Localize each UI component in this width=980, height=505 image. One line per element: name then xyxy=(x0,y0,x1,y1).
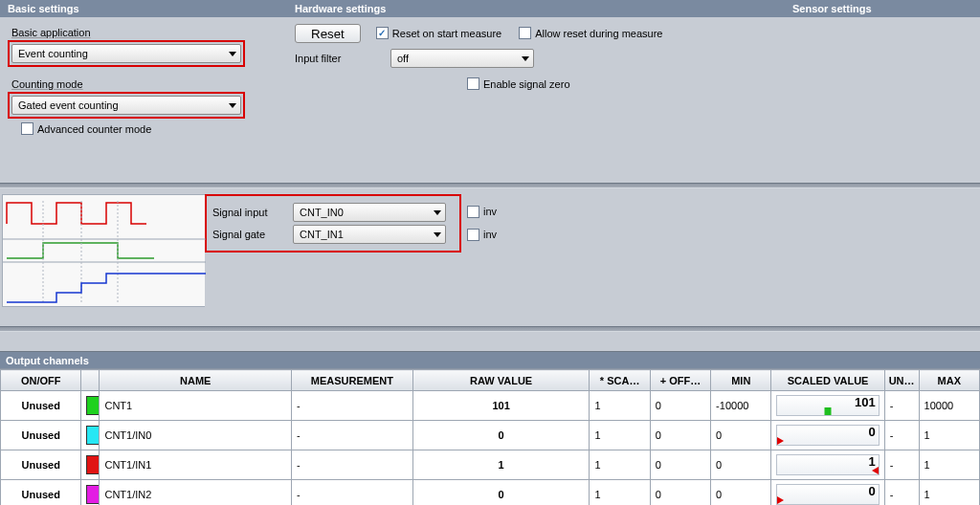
label-signal-input: Signal input xyxy=(212,207,285,218)
dropdown-input-filter[interactable]: off xyxy=(390,49,534,68)
cell-offset[interactable]: 0 xyxy=(650,480,710,506)
col-offset[interactable]: + OFF… xyxy=(650,370,710,391)
header-output-channels: Output channels xyxy=(0,351,980,368)
checkbox-box-icon xyxy=(467,77,479,90)
dropdown-value: Gated event counting xyxy=(18,99,225,111)
checkbox-label: Enable signal zero xyxy=(483,78,570,90)
cell-color[interactable] xyxy=(81,391,100,421)
cell-scale[interactable]: 1 xyxy=(590,421,650,450)
marker-icon xyxy=(777,496,784,504)
cell-onoff[interactable]: Unused xyxy=(1,480,81,506)
cell-measurement[interactable]: - xyxy=(292,450,413,480)
cell-scaled-value: 101 xyxy=(771,391,884,421)
cell-scaled-value: 1 xyxy=(771,450,884,480)
marker-icon xyxy=(872,467,879,474)
cell-max[interactable]: 1 xyxy=(919,421,979,450)
section-divider xyxy=(0,326,980,332)
cell-offset[interactable]: 0 xyxy=(650,421,710,450)
color-swatch-icon xyxy=(86,485,100,504)
chevron-down-icon xyxy=(522,56,529,61)
chevron-down-icon xyxy=(229,52,236,56)
panel-basic-settings: Basic application Event counting Countin… xyxy=(0,17,287,144)
cell-color[interactable] xyxy=(81,421,100,450)
checkbox-advanced-counter-mode[interactable]: Advanced counter mode xyxy=(21,122,151,135)
col-units[interactable]: UN… xyxy=(884,370,919,391)
cell-name[interactable]: CNT1/IN2 xyxy=(100,480,292,506)
table-header-row: ON/OFF NAME MEASUREMENT RAW VALUE * SCA…… xyxy=(1,370,980,391)
cell-units[interactable]: - xyxy=(884,421,919,450)
cell-color[interactable] xyxy=(81,450,100,480)
cell-onoff[interactable]: Unused xyxy=(1,450,81,480)
cell-units[interactable]: - xyxy=(884,391,919,421)
checkbox-enable-signal-zero[interactable]: Enable signal zero xyxy=(467,77,570,90)
top-header-band: Basic settings Hardware settings Sensor … xyxy=(0,0,980,17)
cell-max[interactable]: 1 xyxy=(919,450,979,480)
col-raw-value[interactable]: RAW VALUE xyxy=(412,370,590,391)
cell-max[interactable]: 10000 xyxy=(919,391,979,421)
cell-units[interactable]: - xyxy=(884,480,919,506)
checkbox-allow-reset[interactable]: Allow reset during measure xyxy=(519,27,662,39)
dropdown-value: Event counting xyxy=(18,48,225,59)
cell-min[interactable]: 0 xyxy=(711,421,771,450)
dropdown-basic-application[interactable]: Event counting xyxy=(11,44,241,63)
table-row[interactable]: UnusedCNT1/IN2-01000-1 xyxy=(1,480,980,506)
col-min[interactable]: MIN xyxy=(711,370,771,391)
col-scale[interactable]: * SCA… xyxy=(590,370,650,391)
col-measurement[interactable]: MEASUREMENT xyxy=(292,370,413,391)
checkbox-box-icon xyxy=(467,229,479,241)
cell-raw-value: 1 xyxy=(412,450,590,480)
cell-color[interactable] xyxy=(81,480,100,506)
table-row[interactable]: UnusedCNT1-10110-10000101-10000 xyxy=(1,391,980,421)
highlight-signal-fields: Signal input CNT_IN0 Signal gate CNT_IN1 xyxy=(205,194,461,252)
cell-measurement[interactable]: - xyxy=(292,480,413,506)
cell-offset[interactable]: 0 xyxy=(650,391,710,421)
signal-area: Signal input CNT_IN0 Signal gate CNT_IN1… xyxy=(0,188,980,320)
table-row[interactable]: UnusedCNT1/IN1-11001-1 xyxy=(1,450,980,480)
checkbox-box-icon xyxy=(376,27,389,39)
cell-min[interactable]: -10000 xyxy=(711,391,771,421)
cell-offset[interactable]: 0 xyxy=(650,450,710,480)
cell-name[interactable]: CNT1/IN0 xyxy=(100,421,292,450)
cell-measurement[interactable]: - xyxy=(292,421,413,450)
color-swatch-icon xyxy=(86,396,100,415)
dropdown-signal-input[interactable]: CNT_IN0 xyxy=(293,203,446,222)
output-channels-grid: ON/OFF NAME MEASUREMENT RAW VALUE * SCA…… xyxy=(0,368,980,505)
col-max[interactable]: MAX xyxy=(919,370,979,391)
checkbox-label: inv xyxy=(483,206,497,217)
col-onoff[interactable]: ON/OFF xyxy=(1,370,81,391)
cell-measurement[interactable]: - xyxy=(292,391,413,421)
highlight-basic-application: Event counting xyxy=(8,40,245,67)
col-color[interactable] xyxy=(81,370,100,391)
cell-min[interactable]: 0 xyxy=(711,450,771,480)
marker-icon xyxy=(825,407,832,415)
dropdown-value: off xyxy=(397,53,518,64)
cell-units[interactable]: - xyxy=(884,450,919,480)
cell-scale[interactable]: 1 xyxy=(590,480,650,506)
checkbox-label: inv xyxy=(483,229,497,240)
header-hardware: Hardware settings xyxy=(287,1,785,16)
waveform-preview xyxy=(2,194,205,307)
dropdown-counting-mode[interactable]: Gated event counting xyxy=(11,96,241,115)
checkbox-signal-gate-inv[interactable]: inv xyxy=(467,223,497,246)
header-basic: Basic settings xyxy=(0,1,287,16)
panel-hardware-settings: Reset Reset on start measure Allow reset… xyxy=(287,17,785,144)
cell-onoff[interactable]: Unused xyxy=(1,421,81,450)
checkbox-reset-on-start[interactable]: Reset on start measure xyxy=(376,27,501,39)
cell-scale[interactable]: 1 xyxy=(590,391,650,421)
reset-button[interactable]: Reset xyxy=(295,24,361,43)
col-scaled-value[interactable]: SCALED VALUE xyxy=(771,370,884,391)
cell-min[interactable]: 0 xyxy=(711,480,771,506)
col-name[interactable]: NAME xyxy=(100,370,292,391)
cell-name[interactable]: CNT1 xyxy=(100,391,292,421)
table-row[interactable]: UnusedCNT1/IN0-01000-1 xyxy=(1,421,980,450)
panel-sensor-settings xyxy=(785,17,980,144)
checkbox-box-icon xyxy=(467,206,479,218)
cell-max[interactable]: 1 xyxy=(919,480,979,506)
cell-name[interactable]: CNT1/IN1 xyxy=(100,450,292,480)
cell-scale[interactable]: 1 xyxy=(590,450,650,480)
dropdown-signal-gate[interactable]: CNT_IN1 xyxy=(293,225,446,244)
checkbox-signal-input-inv[interactable]: inv xyxy=(467,200,497,223)
cell-onoff[interactable]: Unused xyxy=(1,391,81,421)
chevron-down-icon xyxy=(229,103,236,108)
checkbox-label: Reset on start measure xyxy=(392,28,501,39)
